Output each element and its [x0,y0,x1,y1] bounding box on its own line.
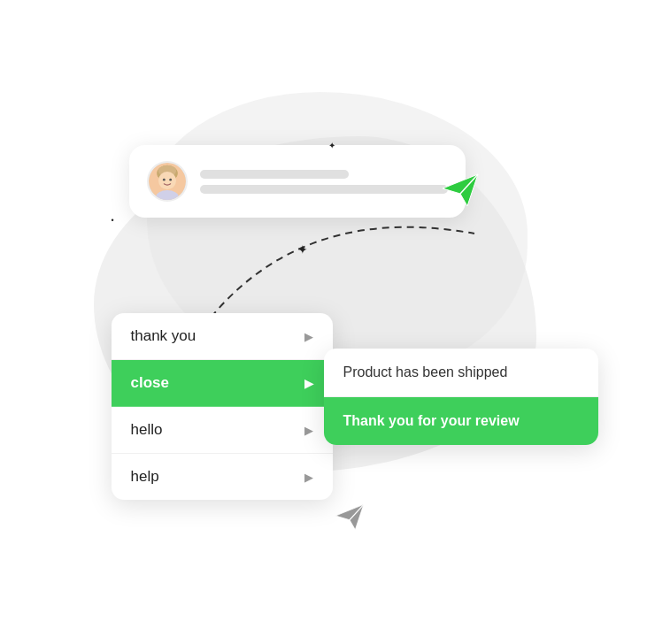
submenu-item-label: Thank you for your review [343,413,520,428]
chat-card [129,145,466,218]
chat-line-long [200,185,448,194]
sparkle-1: ✦ [297,242,308,257]
submenu: Product has been shipped Thank you for y… [324,349,598,445]
menu-item-label: thank you [131,327,196,345]
paper-plane-top-icon [439,167,481,213]
submenu-item-review[interactable]: Thank you for your review [324,397,598,445]
chevron-icon: ▶ [304,330,313,343]
chevron-icon: ▶ [304,377,313,390]
dropdown-menu: thank you ▶ close ▶ hello ▶ help ▶ [112,313,333,500]
submenu-item-shipped[interactable]: Product has been shipped [324,349,598,397]
svg-point-5 [169,179,172,181]
chat-line-short [200,170,349,179]
svg-marker-7 [443,174,478,206]
menu-item-hello[interactable]: hello ▶ [112,407,333,454]
menu-item-label: close [131,374,169,392]
menu-item-thank-you[interactable]: thank you ▶ [112,313,333,360]
chat-lines [200,170,448,194]
submenu-item-label: Product has been shipped [343,364,508,380]
avatar [147,161,188,202]
svg-marker-9 [335,504,364,530]
menu-item-help[interactable]: help ▶ [112,454,333,500]
chevron-icon: ▶ [304,471,313,484]
svg-point-3 [158,172,175,189]
main-scene: ✦ ✦ • thank you ▶ close ▶ hello ▶ help ▶… [58,65,589,579]
sparkle-3: • [112,216,114,225]
menu-item-label: hello [131,421,163,439]
paper-plane-bottom-icon [333,499,366,536]
menu-item-close[interactable]: close ▶ [112,360,333,407]
chevron-icon: ▶ [304,424,313,437]
svg-point-4 [162,179,165,181]
menu-item-label: help [131,468,159,486]
sparkle-2: ✦ [328,141,335,150]
